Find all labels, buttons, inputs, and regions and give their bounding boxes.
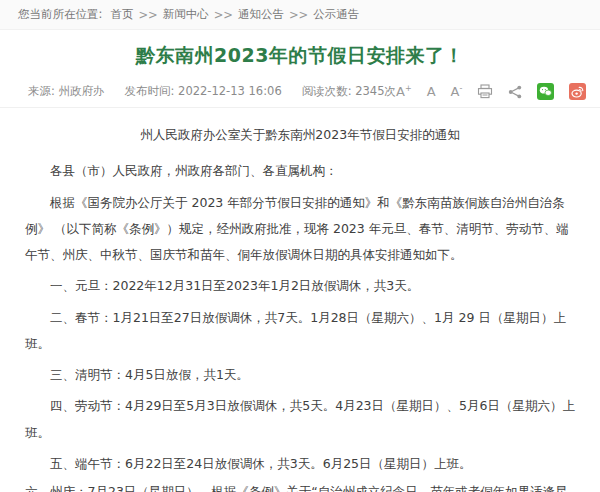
share-icon[interactable] [508, 85, 522, 99]
wechat-icon[interactable] [537, 83, 554, 100]
weibo-icon[interactable] [569, 83, 586, 100]
font-normal-button[interactable]: A [427, 85, 436, 98]
item-dragon-boat: 五、端午节：6月22日至24日放假调休，共3天。6月25日（星期日）上班。 [25, 451, 575, 477]
publish-time-value: 2022-12-13 16:06 [178, 84, 282, 98]
printer-icon[interactable] [477, 84, 493, 99]
source-value: 州政府办 [59, 84, 105, 98]
meta-bar: 来源: 州政府办 发布时间: 2022-12-13 16:06 阅读次数: 23… [0, 76, 600, 108]
intro-paragraph: 根据《国务院办公厅关于 2023 年部分节假日安排的通知》和《黔东南苗族侗族自治… [25, 190, 575, 269]
page-title: 黔东南州2023年的节假日安排来了！ [0, 43, 600, 69]
breadcrumb-news-center[interactable]: 新闻中心 [163, 7, 209, 22]
breadcrumb-notices[interactable]: 通知公告 [238, 7, 284, 22]
breadcrumb-separator: >> [289, 8, 308, 22]
item-qingming: 三、清明节：4月5日放假，共1天。 [25, 362, 575, 388]
document-title: 州人民政府办公室关于黔东南州2023年节假日安排的通知 [25, 122, 575, 148]
source-label: 来源: [28, 84, 55, 98]
page: 您当前所在位置: 首页 >> 新闻中心 >> 通知公告 >> 公示通告 黔东南州… [0, 0, 600, 492]
source-meta: 来源: 州政府办 [28, 84, 105, 99]
breadcrumb-home[interactable]: 首页 [110, 7, 133, 22]
font-decrease-button[interactable]: A- [451, 85, 463, 98]
item-spring-festival: 二、春节：1月21日至27日放假调休，共7天。1月28日（星期六）、1月 29 … [25, 305, 575, 358]
breadcrumb-label: 您当前所在位置: [18, 7, 102, 22]
article-toolbar: A+ A A- [396, 83, 586, 100]
publish-time-label: 发布时间: [125, 84, 175, 98]
views-meta: 阅读次数: 2345次 [302, 84, 396, 99]
article-meta: 来源: 州政府办 发布时间: 2022-12-13 16:06 阅读次数: 23… [28, 84, 396, 99]
publish-time-meta: 发布时间: 2022-12-13 16:06 [125, 84, 282, 99]
views-value: 2345次 [355, 84, 396, 98]
salutation-paragraph: 各县（市）人民政府，州政府各部门、各直属机构： [25, 158, 575, 184]
breadcrumb-separator: >> [214, 8, 233, 22]
font-increase-button[interactable]: A+ [396, 85, 412, 98]
breadcrumb-separator: >> [138, 8, 157, 22]
item-labor-day: 四、劳动节：4月29日至5月3日放假调休，共5天。4月23日（星期日）、5月6日… [25, 393, 575, 446]
breadcrumb-public-notice[interactable]: 公示通告 [313, 7, 359, 22]
item-new-year: 一、元旦：2022年12月31日至2023年1月2日放假调休，共3天。 [25, 273, 575, 299]
views-label: 阅读次数: [302, 84, 352, 98]
breadcrumb: 您当前所在位置: 首页 >> 新闻中心 >> 通知公告 >> 公示通告 [0, 0, 600, 30]
article-body: 州人民政府办公室关于黔东南州2023年节假日安排的通知 各县（市）人民政府，州政… [0, 108, 600, 492]
item-prefecture-day: 六、州庆：7月23日（星期日），根据《条例》关于“自治州成立纪念日、苗年或者侗年… [25, 483, 575, 492]
